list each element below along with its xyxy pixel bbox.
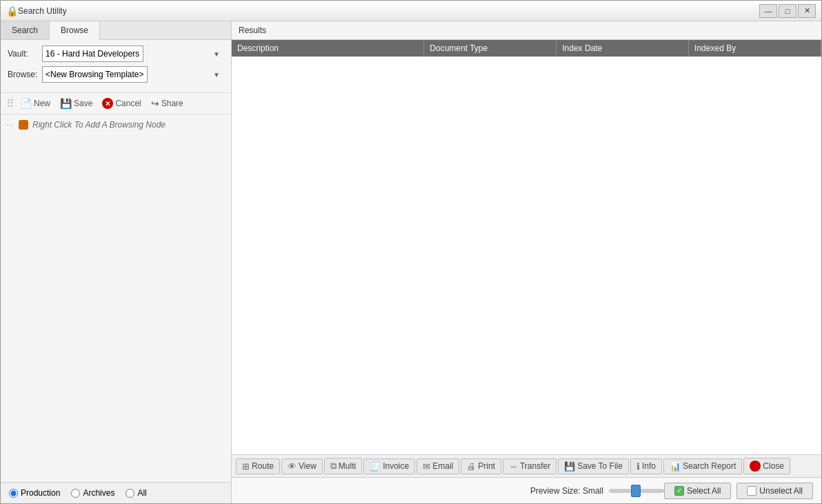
- unselect-all-button[interactable]: Unselect All: [736, 483, 813, 499]
- tree-dots: ···: [6, 120, 13, 130]
- save-icon: 💾: [60, 98, 72, 109]
- browse-toolbar: ⠿ 📄 New 💾 Save ✕ Cancel ↪ Share: [1, 93, 231, 114]
- transfer-icon: ↔: [509, 461, 518, 472]
- email-button[interactable]: ✉ Email: [417, 458, 459, 474]
- window-controls: — □ ✕: [759, 4, 816, 18]
- title-bar: 🔒 Search Utility — □ ✕: [1, 1, 821, 21]
- route-icon: ⊞: [242, 461, 250, 472]
- search-report-icon: 📊: [670, 461, 681, 472]
- new-button[interactable]: 📄 New: [16, 96, 54, 111]
- preview-center: Preview Size: Small: [530, 486, 664, 496]
- drag-handle: ⠿: [6, 97, 14, 110]
- select-all-check-icon: ✓: [674, 486, 684, 496]
- browse-select-wrapper: <New Browsing Template>: [42, 66, 224, 83]
- share-button[interactable]: ↪ Share: [147, 96, 188, 111]
- new-icon: 📄: [20, 98, 32, 109]
- col-header-doctype: Document Type: [424, 40, 557, 57]
- radio-archives[interactable]: Archives: [71, 488, 114, 498]
- info-button[interactable]: ℹ Info: [630, 458, 662, 474]
- info-icon: ℹ: [636, 461, 640, 472]
- cancel-button[interactable]: ✕ Cancel: [98, 96, 145, 111]
- vault-label: Vault:: [8, 49, 42, 59]
- invoice-icon: 🧾: [370, 461, 381, 472]
- tree-hint: ··· Right Click To Add A Browsing Node: [6, 120, 225, 130]
- tree-area[interactable]: ··· Right Click To Add A Browsing Node: [1, 114, 231, 482]
- save-button[interactable]: 💾 Save: [56, 96, 97, 111]
- route-button[interactable]: ⊞ Route: [236, 458, 280, 474]
- tab-bar: Search Browse: [1, 21, 231, 40]
- main-content: Search Browse Vault: 16 - Hard Hat Devel…: [1, 21, 821, 503]
- vault-select[interactable]: 16 - Hard Hat Developers: [42, 46, 143, 62]
- close-icon: ✕: [750, 461, 761, 472]
- main-window: 🔒 Search Utility — □ ✕ Search Browse Va: [0, 0, 822, 504]
- share-icon: ↪: [151, 98, 159, 109]
- preview-slider-thumb[interactable]: [631, 485, 641, 497]
- view-button[interactable]: 👁 View: [281, 458, 323, 474]
- minimize-button[interactable]: —: [759, 4, 777, 18]
- close-window-button[interactable]: ✕: [798, 4, 816, 18]
- close-button[interactable]: ✕ Close: [743, 458, 790, 474]
- maximize-button[interactable]: □: [779, 4, 796, 18]
- tab-browse[interactable]: Browse: [50, 21, 100, 40]
- view-icon: 👁: [288, 461, 297, 472]
- multi-button[interactable]: ⧉ Multi: [324, 458, 362, 474]
- col-header-indexedby: Indexed By: [689, 40, 821, 57]
- radio-bar: Production Archives All: [1, 482, 231, 503]
- window-title: Search Utility: [18, 6, 759, 16]
- results-header: Description Document Type Index Date Ind…: [232, 40, 821, 57]
- transfer-button[interactable]: ↔ Transfer: [503, 458, 557, 474]
- save-to-file-button[interactable]: 💾 Save To File: [558, 458, 629, 474]
- col-header-description: Description: [232, 40, 424, 57]
- browse-row: Browse: <New Browsing Template>: [8, 66, 224, 83]
- preview-slider-track: [609, 489, 664, 493]
- browse-label: Browse:: [8, 70, 42, 79]
- results-table[interactable]: Description Document Type Index Date Ind…: [232, 40, 821, 454]
- print-icon: 🖨: [467, 461, 476, 472]
- vault-row: Vault: 16 - Hard Hat Developers: [8, 46, 224, 62]
- cancel-icon: ✕: [102, 98, 113, 109]
- tree-node-icon: [19, 120, 28, 130]
- radio-production[interactable]: Production: [9, 488, 60, 498]
- results-label: Results: [232, 21, 821, 40]
- select-all-button[interactable]: ✓ Select All: [664, 483, 731, 499]
- results-body: [232, 57, 821, 401]
- vault-select-wrapper: 16 - Hard Hat Developers: [42, 46, 224, 62]
- radio-all[interactable]: All: [126, 488, 146, 498]
- bottom-toolbar: ⊞ Route 👁 View ⧉ Multi 🧾 Invoice ✉ E: [232, 454, 821, 477]
- app-icon: 🔒: [6, 6, 18, 17]
- tab-search[interactable]: Search: [1, 21, 50, 39]
- browse-select[interactable]: <New Browsing Template>: [42, 66, 148, 83]
- right-panel: Results Description Document Type Index …: [232, 21, 821, 503]
- print-button[interactable]: 🖨 Print: [461, 458, 501, 474]
- unselect-all-icon: [747, 486, 756, 496]
- save-to-file-icon: 💾: [564, 461, 575, 472]
- form-section: Vault: 16 - Hard Hat Developers Browse: …: [1, 40, 231, 93]
- invoice-button[interactable]: 🧾 Invoice: [363, 458, 415, 474]
- left-panel: Search Browse Vault: 16 - Hard Hat Devel…: [1, 21, 232, 503]
- preview-right: ✓ Select All Unselect All: [664, 483, 813, 499]
- preview-bar: Preview Size: Small ✓ Select All Unselec…: [232, 477, 821, 503]
- email-icon: ✉: [423, 461, 430, 472]
- search-report-button[interactable]: 📊 Search Report: [663, 458, 742, 474]
- preview-size-label: Preview Size: Small: [530, 486, 603, 496]
- multi-icon: ⧉: [330, 461, 337, 472]
- col-header-indexdate: Index Date: [557, 40, 689, 57]
